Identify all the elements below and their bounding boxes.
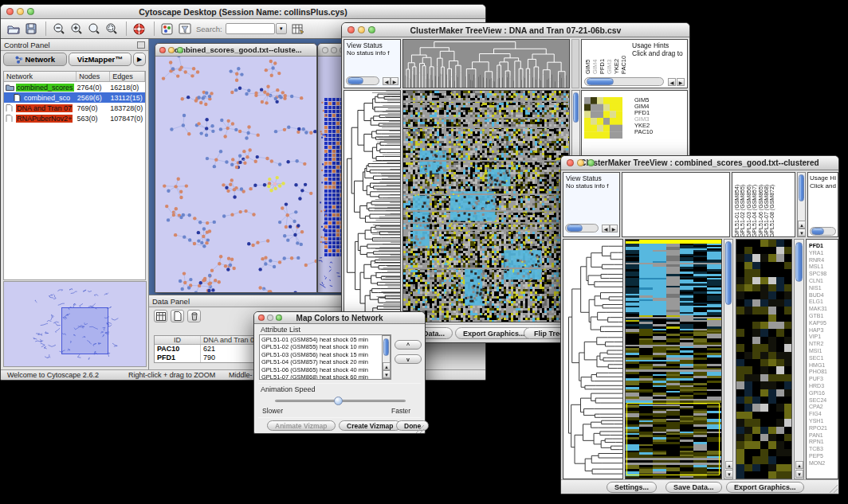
zoom-fit-icon[interactable] bbox=[86, 21, 101, 36]
column-dendrogram-canvas[interactable] bbox=[403, 40, 569, 88]
scroll-up-icon[interactable]: ▲ bbox=[725, 461, 733, 469]
zoom-button[interactable] bbox=[587, 159, 595, 166]
col-edges[interactable]: Edges bbox=[110, 72, 145, 81]
export-graphics-button[interactable]: Export Graphics... bbox=[726, 482, 804, 493]
tv1-labels-scrollbar[interactable] bbox=[584, 77, 664, 86]
gene-label[interactable]: NIS1 bbox=[809, 285, 838, 292]
minimize-button[interactable] bbox=[358, 26, 365, 33]
gene-label[interactable]: BUD4 bbox=[809, 292, 838, 299]
gene-label[interactable]: HMG1 bbox=[809, 362, 838, 369]
tv2-labels-scrollbar[interactable]: ▲ ▼ bbox=[797, 172, 806, 237]
dialog-titlebar[interactable]: Map Colors to Network bbox=[254, 312, 425, 324]
gene-label[interactable]: SEC1 bbox=[809, 355, 838, 362]
gene-label[interactable]: YRA1 bbox=[809, 250, 838, 257]
gene-label[interactable]: PUF3 bbox=[809, 376, 838, 383]
open-folder-icon[interactable] bbox=[6, 21, 21, 36]
attribute-item[interactable]: GPL51-02 (GSM855) heat shock 10 min bbox=[261, 343, 389, 350]
tv2-vertical-scrollbar[interactable]: ▲ ▼ bbox=[724, 239, 733, 479]
treeview1-titlebar[interactable]: ClusterMaker TreeView : DNA and Tran 07-… bbox=[342, 23, 689, 37]
gene-label[interactable]: MSL1 bbox=[809, 264, 838, 271]
attribute-select-icon[interactable] bbox=[154, 310, 167, 322]
scroll-right-icon[interactable]: ▶ bbox=[677, 78, 685, 86]
zoomed-heatmap-canvas[interactable] bbox=[736, 240, 791, 479]
gene-label[interactable]: HRD3 bbox=[809, 383, 838, 390]
scroll-left-icon[interactable]: ◀ bbox=[602, 225, 610, 232]
attribute-table-icon[interactable] bbox=[291, 21, 306, 36]
usage-scrollbar[interactable] bbox=[810, 227, 836, 236]
scroll-down-icon[interactable]: ▼ bbox=[725, 470, 733, 478]
gene-label[interactable]: SEC24 bbox=[809, 397, 838, 404]
gene-label[interactable]: PEP5 bbox=[809, 453, 838, 460]
gene-label[interactable]: GTB1 bbox=[809, 313, 838, 320]
gene-label[interactable]: YSH1 bbox=[809, 418, 838, 425]
tv2-gene-scrollbar[interactable]: ▲ ▼ bbox=[794, 239, 804, 479]
save-data-button[interactable]: Save Data... bbox=[665, 482, 722, 493]
minimize-button[interactable] bbox=[168, 47, 175, 53]
gene-label[interactable]: HAP3 bbox=[809, 327, 838, 334]
network-view-window-1[interactable]: combined_scores_good.txt--cluste... bbox=[155, 43, 317, 293]
network-row[interactable]: RNAPuberNov2+ 563(0) 107847(0) bbox=[4, 113, 145, 123]
new-attribute-icon[interactable] bbox=[171, 310, 184, 322]
settings-button[interactable]: Settings... bbox=[607, 482, 657, 493]
resize-grip[interactable] bbox=[416, 425, 424, 433]
network-overview-canvas[interactable] bbox=[3, 281, 147, 367]
main-titlebar[interactable]: Cytoscape Desktop (Session Name: collins… bbox=[1, 5, 485, 19]
row-dendrogram-canvas[interactable] bbox=[563, 240, 622, 479]
attribute-item[interactable]: GPL51-01 (GSM854) heat shock 05 min bbox=[261, 336, 389, 343]
scroll-right-icon[interactable]: ▶ bbox=[610, 225, 618, 232]
gene-label[interactable]: PHO81 bbox=[809, 369, 838, 376]
zoom-button[interactable] bbox=[27, 8, 34, 15]
scroll-left-icon[interactable]: ◀ bbox=[668, 78, 676, 86]
scroll-down-icon[interactable]: ▼ bbox=[795, 470, 803, 478]
tab-overflow-button[interactable]: ▶ bbox=[133, 53, 146, 66]
zoom-in-icon[interactable] bbox=[69, 21, 84, 36]
zoom-region-icon[interactable] bbox=[104, 21, 119, 36]
create-vizmap-button[interactable]: Create Vizmap bbox=[339, 420, 401, 431]
close-button[interactable] bbox=[347, 26, 355, 33]
done-button[interactable]: Done bbox=[396, 420, 429, 431]
zoom-out-icon[interactable] bbox=[51, 21, 66, 36]
animate-vizmap-button[interactable]: Animate Vizmap bbox=[267, 420, 336, 431]
search-dropdown-button[interactable]: ▼ bbox=[276, 23, 287, 34]
network-view1-titlebar[interactable]: combined_scores_good.txt--cluste... bbox=[155, 44, 316, 57]
network-row[interactable]: DNA and Tran 07 769(0) 183728(0) bbox=[4, 103, 145, 113]
float-panel-icon[interactable] bbox=[137, 41, 145, 49]
heatmap-canvas[interactable] bbox=[403, 91, 569, 322]
close-button[interactable] bbox=[258, 315, 265, 321]
close-button[interactable] bbox=[322, 47, 328, 53]
vizmap-icon[interactable] bbox=[159, 21, 175, 36]
col-nodes[interactable]: Nodes bbox=[77, 72, 110, 81]
gene-label[interactable]: VIP1 bbox=[809, 334, 838, 341]
slider-thumb[interactable] bbox=[334, 397, 343, 405]
gene-label[interactable]: ELG1 bbox=[809, 299, 838, 306]
gene-label[interactable]: MON2 bbox=[809, 460, 838, 467]
row-dendrogram-canvas[interactable] bbox=[344, 91, 400, 322]
scroll-up-icon[interactable]: ▲ bbox=[798, 221, 806, 229]
attribute-item[interactable]: GPL51-03 (GSM856) heat shock 15 min bbox=[261, 351, 389, 358]
tv1-splitter[interactable] bbox=[571, 39, 579, 88]
zoom-button[interactable] bbox=[177, 47, 183, 53]
tab-network[interactable]: Network bbox=[3, 53, 67, 66]
scroll-down-icon[interactable]: ▼ bbox=[798, 229, 806, 236]
gene-label[interactable]: TCB3 bbox=[809, 446, 838, 453]
search-input[interactable] bbox=[226, 23, 275, 34]
delete-attribute-icon[interactable] bbox=[187, 310, 201, 322]
attribute-list-scrollbar[interactable]: ▲ ▼ bbox=[382, 335, 391, 379]
close-button[interactable] bbox=[159, 47, 166, 53]
gene-label[interactable]: KAP95 bbox=[809, 320, 838, 327]
gene-label[interactable]: NTR2 bbox=[809, 341, 838, 348]
gene-label[interactable]: GPI16 bbox=[809, 390, 838, 397]
gene-label[interactable]: MAK31 bbox=[809, 306, 838, 313]
gene-label[interactable]: RPO21 bbox=[809, 425, 838, 432]
gene-label[interactable]: MSI1 bbox=[809, 348, 838, 355]
view-status-scrollbar[interactable] bbox=[565, 224, 599, 232]
annotation-icon[interactable] bbox=[177, 21, 192, 36]
network-row[interactable]: combined_scores 2764(0) 16218(0) bbox=[4, 82, 145, 92]
gene-label[interactable]: RNR4 bbox=[809, 257, 838, 264]
minimize-button[interactable] bbox=[577, 159, 584, 166]
gene-label[interactable]: PAN1 bbox=[809, 432, 838, 440]
attribute-item[interactable]: GPL51-04 (GSM857) heat shock 20 min bbox=[261, 358, 389, 365]
view-status-scrollbar[interactable] bbox=[346, 76, 379, 85]
heatmap-canvas[interactable] bbox=[626, 240, 721, 479]
col-network[interactable]: Network bbox=[4, 72, 77, 81]
